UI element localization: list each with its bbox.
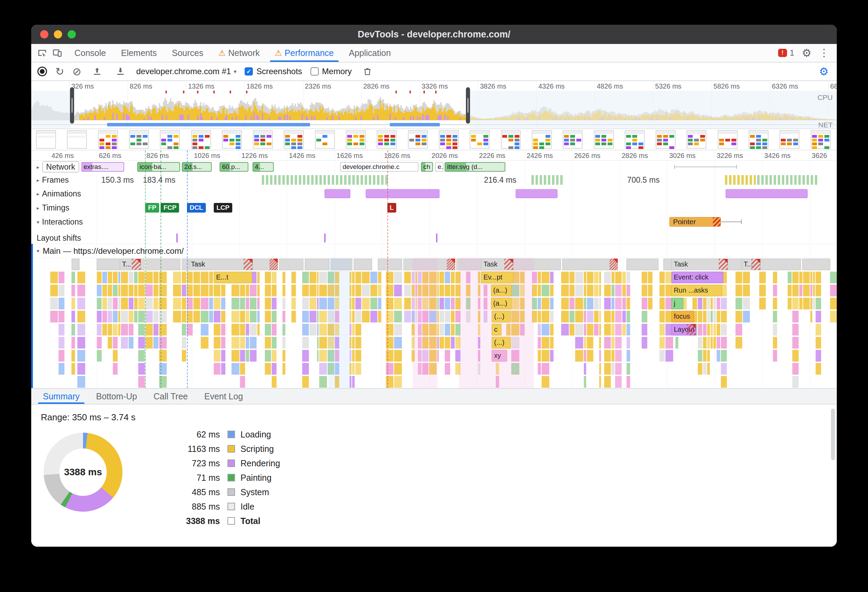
flame-entry[interactable]: c (492, 324, 502, 336)
flame-entry-label: Run ...asks (674, 286, 708, 294)
flame-entry[interactable]: Task (481, 259, 514, 270)
flame-entry[interactable]: Event: click (672, 272, 723, 283)
layout-shifts-track-label[interactable]: Layout shifts (35, 233, 83, 243)
selection-handle-left[interactable] (70, 87, 74, 124)
network-request[interactable]: 4... (252, 162, 274, 172)
frame-block[interactable] (725, 175, 756, 185)
screenshot-filmstrip[interactable] (31, 129, 837, 150)
timing-badge-dcl[interactable]: DCL (187, 203, 206, 213)
flame-entry[interactable]: T... (741, 259, 761, 270)
animation-bar[interactable] (366, 189, 440, 198)
minimize-button[interactable] (54, 30, 62, 38)
flame-entry-label: focus (674, 312, 690, 320)
save-profile-icon[interactable] (113, 65, 128, 78)
tab-summary[interactable]: Summary (35, 389, 88, 404)
summary-legend: 62 msLoading1163 msScripting723 msRender… (168, 427, 280, 528)
interaction-pointer[interactable]: Pointer (669, 217, 721, 226)
timeline-overview[interactable]: 326 ms826 ms1326 ms1826 ms2326 ms2826 ms… (31, 81, 837, 129)
flame-entry[interactable]: Task (189, 259, 253, 270)
tab-network[interactable]: ⚠Network (211, 44, 267, 62)
layout-shift-tick[interactable] (436, 234, 437, 243)
flame-entry[interactable]: j (672, 298, 683, 309)
flame-entry[interactable]: Layout (672, 324, 696, 336)
tab-sources[interactable]: Sources (164, 44, 211, 62)
detail-tabs: SummaryBottom-UpCall TreeEvent Log (31, 388, 837, 404)
close-button[interactable] (40, 30, 49, 38)
animation-bar[interactable] (726, 189, 807, 198)
legend-value: 723 ms (168, 459, 220, 468)
frame-block[interactable] (262, 175, 389, 185)
profile-select[interactable]: developer.chrome.com #1 ▾ (136, 67, 236, 76)
flame-entry[interactable]: Ev...pt (481, 272, 513, 283)
collect-garbage-icon[interactable] (360, 65, 375, 78)
screenshots-checkbox[interactable]: ✓ Screenshots (245, 67, 302, 76)
overview-time-label: 5326 ms (655, 83, 681, 90)
timing-badge-lcp[interactable]: LCP (214, 203, 232, 213)
network-request[interactable]: 60.p... (220, 162, 248, 172)
flame-entry[interactable]: T... (120, 259, 141, 270)
network-request[interactable]: icon-ba... (137, 162, 180, 172)
flame-entry[interactable]: (...) (492, 337, 511, 349)
network-request[interactable]: developer.chrome.c (340, 162, 419, 172)
tab-bottom-up[interactable]: Bottom-Up (88, 389, 145, 404)
network-request[interactable]: 2d.s... (182, 162, 212, 172)
flame-entry[interactable]: Task (672, 259, 728, 270)
selection-handle-right[interactable] (466, 87, 470, 124)
tab-application[interactable]: Application (341, 44, 398, 62)
animation-bar[interactable] (516, 189, 558, 198)
interactions-track-label[interactable]: ▾ Interactions (35, 217, 85, 227)
reload-and-record-button[interactable]: ↻ (55, 66, 64, 77)
zoom-button[interactable] (68, 30, 76, 38)
timings-track-label[interactable]: ▸ Timings (35, 203, 71, 213)
error-count-badge[interactable]: ! 1 (778, 48, 794, 58)
tab-event-log[interactable]: Event Log (196, 389, 251, 404)
timing-badge-fp[interactable]: FP (145, 203, 159, 213)
ruler-label: 826 ms (146, 152, 169, 160)
layout-shift-tick[interactable] (324, 234, 326, 243)
legend-label: Total (241, 516, 260, 526)
animations-track-label[interactable]: ▸ Animations (35, 189, 83, 199)
device-toolbar-icon[interactable] (50, 46, 65, 60)
overview-time-label: 326 ms (71, 83, 94, 90)
flame-entry[interactable]: E...t (214, 272, 252, 283)
tab-performance[interactable]: ⚠Performance (267, 44, 341, 62)
layout-shift-tick[interactable] (176, 234, 178, 243)
network-request[interactable]: e... (435, 162, 443, 172)
tab-call-tree[interactable]: Call Tree (145, 389, 196, 404)
tab-elements[interactable]: Elements (114, 44, 164, 62)
flame-entry[interactable]: focus (672, 311, 694, 323)
settings-icon[interactable]: ⚙ (802, 48, 811, 58)
network-track-label[interactable]: ▸ Network (35, 161, 81, 173)
network-request[interactable]: extras.... (81, 162, 124, 172)
main-track-header[interactable]: ▾ Main — https://developer.chrome.com/ (31, 244, 837, 258)
flame-entry[interactable]: (a...) (491, 298, 512, 309)
interaction-whisker (721, 222, 742, 222)
network-request[interactable]: ch (421, 162, 433, 172)
ruler-label: 1626 ms (337, 152, 363, 160)
more-options-icon[interactable]: ⋮ (819, 48, 829, 58)
lcp-marker[interactable]: L (387, 203, 396, 213)
record-button[interactable] (37, 67, 47, 76)
frame-block[interactable] (757, 175, 818, 185)
flame-entry[interactable]: (a...) (491, 285, 512, 296)
frames-track-label[interactable]: ▸ Frames (35, 175, 71, 185)
main-flame-chart[interactable]: T...TaskE...tTaskEv...pt(a...)(a...)(...… (31, 258, 837, 388)
legend-label: Idle (241, 502, 254, 512)
load-profile-icon[interactable] (90, 65, 105, 78)
inspect-element-icon[interactable] (35, 46, 50, 60)
legend-value: 1163 ms (168, 444, 220, 454)
capture-settings-icon[interactable]: ⚙ (819, 66, 831, 77)
memory-checkbox[interactable]: Memory (310, 67, 352, 76)
timing-badge-fcp[interactable]: FCP (161, 203, 179, 213)
network-request[interactable]: itter.svg (d... (444, 162, 505, 172)
scrollbar[interactable] (831, 408, 835, 460)
devtools-tabbar: ConsoleElementsSources⚠Network⚠Performan… (31, 44, 837, 62)
flame-entry[interactable]: (...) (492, 311, 511, 323)
flame-entry[interactable]: xy (492, 350, 507, 361)
flame-entry[interactable]: Run ...asks (672, 285, 722, 296)
clear-recording-button[interactable]: ⊘ (72, 66, 81, 77)
frame-block[interactable] (531, 175, 564, 185)
animation-bar[interactable] (325, 189, 350, 198)
tab-console[interactable]: Console (67, 44, 114, 62)
chevron-right-icon: ▸ (37, 177, 40, 183)
